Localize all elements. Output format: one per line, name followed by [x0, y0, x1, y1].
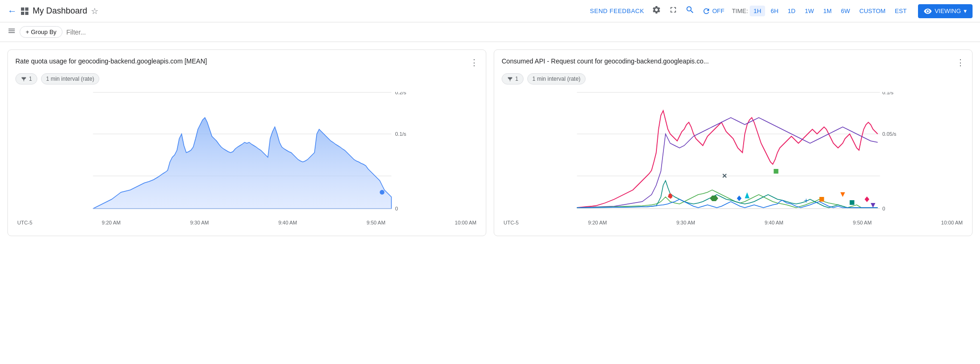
- timezone-button[interactable]: EST: [891, 6, 910, 16]
- dashboard-title: My Dashboard: [33, 6, 87, 16]
- header-icons: [652, 5, 695, 17]
- card2-x-3: 9:40 AM: [765, 220, 783, 225]
- card1-x-1: 9:20 AM: [102, 220, 120, 225]
- star-icon[interactable]: ☆: [91, 6, 98, 16]
- card1-x-5: 10:00 AM: [455, 220, 476, 225]
- toolbar: + Group By: [0, 22, 980, 42]
- refresh-label: OFF: [712, 7, 725, 14]
- card2-interval-label: 1 min interval (rate): [532, 76, 580, 82]
- svg-marker-11: [93, 118, 392, 209]
- card2-header: Consumed API - Request count for geocodi…: [502, 57, 965, 68]
- card1-title: Rate quota usage for geocoding-backend.g…: [15, 57, 207, 65]
- card2-interval-badge[interactable]: 1 min interval (rate): [527, 73, 586, 84]
- card1-x-4: 9:50 AM: [366, 220, 385, 225]
- time-1m-button[interactable]: 1M: [820, 6, 835, 16]
- card2-title: Consumed API - Request count for geocodi…: [502, 57, 709, 65]
- card2-marker-diamond: [737, 196, 742, 201]
- chart-card-1: Rate quota usage for geocoding-backend.g…: [7, 49, 486, 236]
- viewing-dropdown-icon: ▾: [964, 7, 967, 14]
- send-feedback-button[interactable]: SEND FEEDBACK: [590, 7, 644, 14]
- svg-text:0.05/s: 0.05/s: [883, 131, 897, 137]
- back-button[interactable]: ←: [7, 6, 17, 16]
- card2-marker-sq2: [820, 197, 824, 202]
- card2-x-4: 9:50 AM: [853, 220, 871, 225]
- card2-marker-hex: [710, 196, 718, 201]
- card2-marker-plus: +: [804, 196, 808, 204]
- filter-input[interactable]: [66, 28, 973, 36]
- settings-icon[interactable]: [652, 5, 661, 17]
- card2-filter-count: 1: [515, 76, 518, 82]
- card1-x-axis: UTC-5 9:20 AM 9:30 AM 9:40 AM 9:50 AM 10…: [15, 220, 478, 225]
- time-1w-button[interactable]: 1W: [801, 6, 818, 16]
- search-icon[interactable]: [685, 5, 695, 17]
- fullscreen-icon[interactable]: [669, 5, 678, 17]
- card2-marker-tritri: [841, 192, 845, 197]
- card1-interval-badge[interactable]: 1 min interval (rate): [41, 73, 99, 84]
- chart-card-2: Consumed API - Request count for geocodi…: [494, 49, 973, 236]
- svg-rect-3: [25, 12, 28, 15]
- svg-text:0.1/s: 0.1/s: [883, 92, 894, 95]
- card1-x-3: 9:40 AM: [278, 220, 297, 225]
- card2-marker-tri: [745, 192, 750, 198]
- time-6w-button[interactable]: 6W: [837, 6, 854, 16]
- card1-filter-badge[interactable]: 1: [15, 73, 37, 84]
- card2-marker-end-diamond: [865, 196, 870, 202]
- refresh-area[interactable]: OFF: [702, 7, 725, 15]
- time-section: TIME: 1H 6H 1D 1W 1M 6W CUSTOM EST: [732, 6, 911, 16]
- card2-x-0: UTC-5: [504, 220, 518, 225]
- card1-filters: 1 1 min interval (rate): [15, 73, 478, 84]
- card1-x-0: UTC-5: [17, 220, 32, 225]
- viewing-label: VIEWING: [935, 7, 961, 14]
- time-6h-button[interactable]: 6H: [767, 6, 782, 16]
- card2-marker-star: [668, 193, 673, 199]
- card1-header: Rate quota usage for geocoding-backend.g…: [15, 57, 478, 68]
- card2-x-axis: UTC-5 9:20 AM 9:30 AM 9:40 AM 9:50 AM 10…: [502, 220, 965, 225]
- header: ← My Dashboard ☆ SEND FEEDBACK: [0, 0, 980, 22]
- card1-more-icon[interactable]: ⋮: [470, 57, 478, 68]
- svg-text:0: 0: [395, 206, 398, 211]
- card1-interval-label: 1 min interval (rate): [46, 76, 94, 82]
- card1-chart-wrapper: 0.2/s 0.1/s 0 UTC-5 9:20 AM: [15, 92, 478, 225]
- card2-marker-sq3: [850, 200, 855, 205]
- group-by-label: + Group By: [26, 28, 56, 35]
- svg-text:0: 0: [883, 206, 885, 211]
- svg-rect-0: [21, 7, 24, 11]
- header-left: ← My Dashboard ☆: [7, 6, 586, 16]
- time-label: TIME:: [732, 7, 748, 14]
- card2-filter-badge[interactable]: 1: [502, 73, 524, 84]
- viewing-button[interactable]: VIEWING ▾: [918, 4, 973, 18]
- card2-x-5: 10:00 AM: [941, 220, 963, 225]
- card2-marker-end-tri: [871, 203, 876, 208]
- card1-x-2: 9:30 AM: [190, 220, 209, 225]
- card2-filters: 1 1 min interval (rate): [502, 73, 965, 84]
- card2-marker-sq1: [774, 169, 779, 174]
- main-content: Rate quota usage for geocoding-backend.g…: [0, 42, 980, 244]
- time-custom-button[interactable]: CUSTOM: [856, 6, 889, 16]
- grid-icon[interactable]: [21, 7, 29, 15]
- time-1d-button[interactable]: 1D: [784, 6, 800, 16]
- card2-chart-wrapper: 0.1/s 0.05/s 0 ✕: [502, 92, 965, 225]
- card2-chart-svg: 0.1/s 0.05/s 0 ✕: [502, 92, 965, 218]
- svg-point-12: [380, 190, 385, 195]
- svg-rect-1: [25, 7, 28, 11]
- time-1h-button[interactable]: 1H: [750, 6, 765, 16]
- svg-text:0.1/s: 0.1/s: [395, 131, 407, 137]
- group-by-button[interactable]: + Group By: [20, 26, 62, 38]
- header-center: SEND FEEDBACK OFF: [590, 4, 973, 18]
- card1-chart-svg: 0.2/s 0.1/s 0: [15, 92, 478, 218]
- card2-x-1: 9:20 AM: [588, 220, 607, 225]
- svg-rect-2: [21, 12, 24, 15]
- card2-x-2: 9:30 AM: [676, 220, 695, 225]
- svg-text:0.2/s: 0.2/s: [395, 92, 407, 95]
- menu-icon[interactable]: [7, 27, 16, 37]
- card2-marker-x: ✕: [722, 172, 727, 180]
- card1-filter-count: 1: [29, 76, 32, 82]
- card2-more-icon[interactable]: ⋮: [956, 57, 965, 68]
